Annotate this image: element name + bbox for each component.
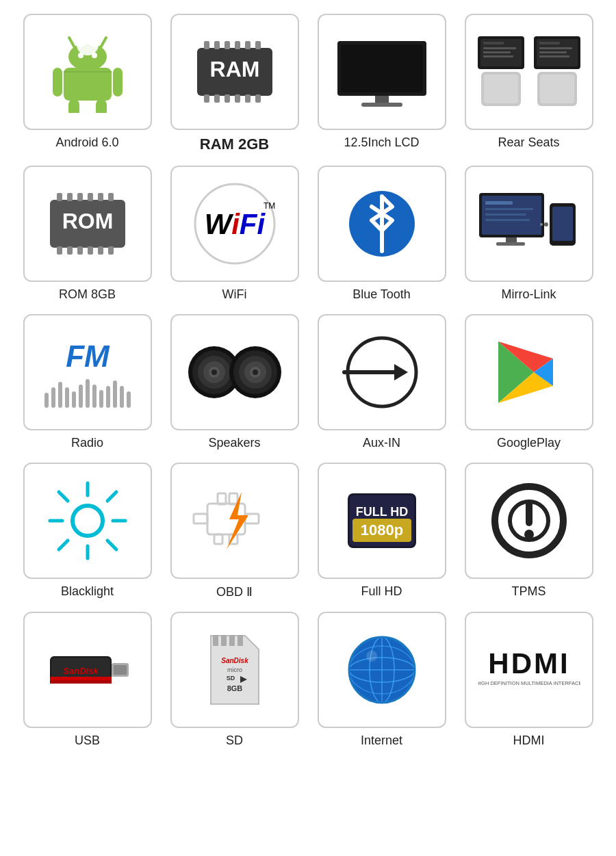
usb-icon-box: SanDisk [23, 612, 152, 728]
fullhd-icon-box: FULL HD 1080p [318, 463, 446, 579]
svg-rect-78 [485, 213, 526, 216]
svg-point-139 [524, 530, 534, 539]
svg-text:SanDisk: SanDisk [63, 666, 99, 676]
svg-rect-77 [485, 208, 533, 210]
svg-text:TM: TM [264, 201, 275, 211]
lcd-icon [331, 34, 433, 109]
fullhd-icon: FULL HD 1080p [337, 483, 426, 558]
feature-usb: SanDisk USB [21, 612, 154, 748]
svg-point-114 [73, 506, 103, 536]
svg-text:1080p: 1080p [360, 521, 402, 539]
mirrolink-icon [476, 186, 582, 261]
svg-rect-22 [204, 94, 209, 103]
hdmi-icon: HDMI HIGH DEFINITION MULTIMEDIA INTERFAC… [478, 636, 580, 704]
hdmi-icon-box: HDMI HIGH DEFINITION MULTIMEDIA INTERFAC… [465, 612, 593, 728]
obd-icon-box [170, 463, 299, 579]
svg-text:micro: micro [227, 666, 242, 673]
sd-icon: SanDisk micro SD 8GB [194, 625, 276, 714]
sd-icon-box: SanDisk micro SD 8GB [170, 612, 299, 728]
wifi-icon-box: WiFi TM [170, 166, 299, 282]
svg-rect-89 [99, 390, 103, 408]
svg-rect-51 [67, 193, 73, 201]
svg-rect-30 [341, 44, 423, 92]
obd-label: OBD Ⅱ [216, 584, 253, 599]
svg-rect-55 [108, 193, 114, 201]
svg-text:SanDisk: SanDisk [221, 657, 248, 664]
svg-rect-84 [65, 387, 69, 408]
ram-icon: RAM [190, 34, 279, 109]
feature-lcd: 12.5Inch LCD [315, 14, 448, 153]
svg-rect-7 [113, 68, 123, 96]
rearseats-label: Rear Seats [498, 135, 559, 150]
feature-rom: ROM ROM 8GB [21, 166, 154, 302]
svg-marker-108 [394, 364, 408, 380]
svg-rect-85 [72, 391, 76, 408]
backlight-icon [43, 476, 132, 565]
svg-text:FM: FM [66, 339, 110, 373]
feature-wifi: WiFi TM WiFi [168, 166, 301, 302]
svg-text:SD: SD [226, 675, 235, 682]
svg-rect-48 [540, 75, 574, 103]
svg-rect-126 [194, 514, 207, 523]
svg-rect-32 [361, 103, 402, 107]
svg-rect-86 [79, 385, 83, 408]
svg-rect-83 [58, 382, 62, 408]
svg-text:WiFi: WiFi [204, 208, 266, 240]
svg-rect-138 [526, 500, 532, 526]
googleplay-label: GooglePlay [497, 436, 561, 450]
feature-googleplay: GooglePlay [462, 314, 595, 450]
svg-rect-16 [204, 41, 209, 49]
rom-icon-box: ROM [23, 166, 152, 282]
svg-point-14 [81, 31, 94, 44]
svg-rect-5 [64, 68, 112, 101]
speakers-icon [183, 331, 286, 413]
svg-rect-128 [214, 534, 222, 544]
svg-rect-50 [57, 193, 62, 201]
svg-rect-93 [127, 391, 131, 408]
svg-rect-18 [224, 41, 230, 49]
fullhd-label: Full HD [361, 584, 402, 599]
feature-aux: Aux-IN [315, 314, 448, 450]
svg-rect-9 [96, 99, 107, 113]
svg-rect-92 [120, 386, 124, 408]
radio-icon-box: FM [23, 314, 152, 430]
svg-rect-43 [539, 51, 567, 53]
svg-rect-88 [92, 385, 97, 408]
svg-rect-26 [245, 94, 251, 103]
backlight-icon-box [23, 463, 152, 579]
svg-rect-87 [86, 379, 90, 408]
svg-rect-56 [57, 246, 62, 255]
googleplay-icon [491, 335, 567, 410]
ram-label: RAM 2GB [200, 135, 269, 153]
svg-rect-19 [235, 41, 240, 49]
svg-point-99 [211, 369, 217, 375]
internet-label: Internet [361, 734, 402, 748]
svg-rect-90 [106, 386, 110, 408]
speakers-label: Speakers [208, 436, 260, 450]
svg-rect-27 [255, 94, 261, 103]
obd-icon [187, 480, 283, 562]
svg-rect-35 [483, 42, 504, 44]
svg-rect-54 [98, 193, 103, 201]
svg-rect-41 [539, 42, 560, 44]
usb-label: USB [75, 734, 100, 748]
ram-icon-box: RAM [170, 14, 299, 130]
svg-rect-81 [44, 393, 49, 408]
svg-rect-24 [224, 94, 230, 103]
svg-rect-149 [229, 635, 235, 646]
lcd-icon-box [318, 14, 446, 130]
svg-rect-59 [88, 246, 93, 255]
feature-tpms: TPMS [462, 463, 595, 599]
svg-rect-44 [539, 55, 569, 57]
radio-label: Radio [71, 436, 103, 450]
feature-fullhd: FULL HD 1080p Full HD [315, 463, 448, 599]
svg-line-122 [59, 541, 68, 549]
feature-speakers: Speakers [168, 314, 301, 450]
feature-radio: FM Radio [21, 314, 154, 450]
svg-line-119 [59, 492, 68, 501]
svg-rect-71 [496, 242, 525, 246]
feature-android: Android 6.0 [21, 14, 154, 153]
internet-icon-box [318, 612, 446, 728]
svg-rect-36 [483, 47, 516, 49]
svg-rect-58 [77, 246, 83, 255]
